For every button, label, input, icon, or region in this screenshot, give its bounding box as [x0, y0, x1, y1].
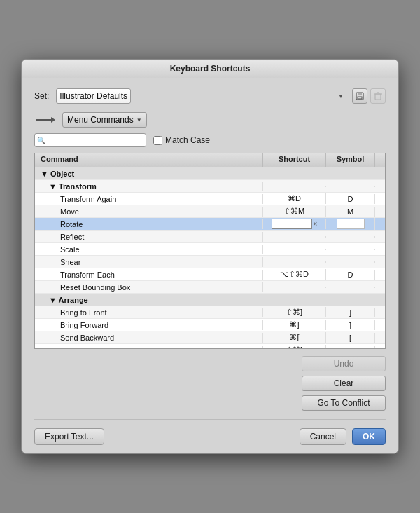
row-shortcut — [263, 186, 326, 187]
shortcut-clear-x[interactable]: × — [314, 220, 318, 228]
col-command-header: Command — [35, 153, 263, 167]
svg-rect-3 — [375, 94, 381, 100]
row-command: ▼ Arrange — [35, 295, 263, 305]
svg-marker-7 — [51, 117, 55, 123]
row-command: Send to Back — [35, 346, 263, 349]
row-shortcut — [263, 173, 326, 175]
table-row[interactable]: Reset Bounding Box — [35, 281, 385, 294]
row-command: Send Backward — [35, 333, 263, 343]
row-shortcut — [263, 261, 326, 263]
col-symbol-header: Symbol — [326, 153, 375, 167]
row-symbol: [ — [326, 346, 375, 349]
export-text-button[interactable]: Export Text... — [34, 428, 104, 445]
row-shortcut — [263, 287, 326, 288]
row-symbol: ] — [326, 320, 375, 330]
ok-button[interactable]: OK — [352, 428, 386, 445]
set-select[interactable]: Illustrator Defaults — [56, 88, 131, 104]
clear-button[interactable]: Clear — [302, 376, 386, 391]
table-row[interactable]: Bring Forward⌘]] — [35, 319, 385, 331]
row-command: ▼ Object — [35, 169, 263, 179]
svg-rect-1 — [358, 93, 362, 95]
col-extra-header — [375, 153, 385, 167]
category-caret: ▼ — [136, 117, 142, 123]
row-symbol: M — [326, 207, 375, 217]
table-row[interactable]: Scale — [35, 243, 385, 256]
row-shortcut: ⇧⌘[ — [263, 345, 326, 348]
search-input[interactable] — [34, 133, 146, 147]
row-shortcut — [263, 249, 326, 250]
table-row[interactable]: Send Backward⌘[[ — [35, 331, 385, 344]
row-shortcut: ⌘] — [263, 320, 326, 330]
row-shortcut: ⌘D — [263, 193, 326, 204]
row-symbol — [326, 236, 375, 238]
bottom-row: Export Text... Cancel OK — [34, 419, 386, 445]
table-row[interactable]: ▼ Object — [35, 167, 385, 180]
set-label: Set: — [34, 91, 49, 101]
set-select-wrapper[interactable]: Illustrator Defaults — [56, 88, 348, 104]
arrow-indicator — [34, 114, 55, 125]
row-command: Move — [35, 207, 263, 217]
svg-rect-2 — [358, 97, 362, 99]
row-symbol: D — [326, 270, 375, 280]
row-command: Reset Bounding Box — [35, 282, 263, 292]
shortcut-input-cell[interactable]: × — [263, 219, 326, 229]
table-header: Command Shortcut Symbol — [35, 153, 385, 167]
table-row[interactable]: Reflect — [35, 231, 385, 243]
table-row[interactable]: Bring to Front⇧⌘]] — [35, 306, 385, 319]
cancel-button[interactable]: Cancel — [300, 428, 346, 445]
row-shortcut — [263, 236, 326, 238]
match-case-checkbox[interactable] — [153, 136, 162, 145]
table-row[interactable]: Transform Again⌘DD — [35, 193, 385, 205]
table-body[interactable]: ▼ Object▼ TransformTransform Again⌘DDMov… — [35, 167, 385, 348]
row-command: Reflect — [35, 232, 263, 242]
table-row[interactable]: Transform Each⌥⇧⌘DD — [35, 268, 385, 281]
delete-set-button[interactable] — [370, 88, 386, 104]
col-shortcut-header: Shortcut — [263, 153, 326, 167]
row-command: Transform Each — [35, 270, 263, 280]
table-row[interactable]: ▼ Transform — [35, 180, 385, 193]
category-dropdown[interactable]: Menu Commands ▼ — [62, 112, 147, 128]
row-shortcut: ⇧⌘] — [263, 307, 326, 317]
row-command: Transform Again — [35, 194, 263, 204]
row-shortcut: ⇧⌘M — [263, 206, 326, 217]
dialog-title: Keyboard Shortcuts — [22, 60, 398, 78]
row-symbol — [326, 249, 375, 250]
search-wrapper[interactable] — [34, 133, 146, 147]
row-command: ▼ Transform — [35, 182, 263, 191]
row-shortcut — [263, 299, 326, 301]
row-command: Scale — [35, 245, 263, 254]
row-symbol — [326, 186, 375, 187]
table-row[interactable]: ▼ Arrange — [35, 294, 385, 306]
actions-row: Undo Clear Go To Conflict — [34, 356, 386, 411]
row-symbol: [ — [326, 333, 375, 343]
row-command: Shear — [35, 257, 263, 267]
row-shortcut: ⌘[ — [263, 332, 326, 343]
row-command: Rotate — [35, 219, 263, 229]
row-symbol — [326, 261, 375, 263]
keyboard-shortcuts-dialog: Keyboard Shortcuts Set: Illustrator Defa… — [21, 59, 399, 454]
table-row[interactable]: Rotate× — [35, 218, 385, 231]
undo-button[interactable]: Undo — [302, 356, 386, 371]
row-symbol — [326, 287, 375, 288]
row-command: Bring Forward — [35, 320, 263, 330]
symbol-text-input[interactable] — [337, 219, 365, 229]
go-to-conflict-button[interactable]: Go To Conflict — [302, 395, 386, 411]
row-symbol — [326, 299, 375, 301]
save-set-button[interactable] — [352, 88, 368, 104]
table-row[interactable]: Send to Back⇧⌘[[ — [35, 344, 385, 348]
row-symbol[interactable] — [326, 218, 375, 230]
row-command: Bring to Front — [35, 308, 263, 317]
shortcuts-table: Command Shortcut Symbol ▼ Object▼ Transf… — [34, 153, 386, 349]
match-case-label[interactable]: Match Case — [153, 135, 210, 145]
table-row[interactable]: Move⇧⌘MM — [35, 205, 385, 218]
row-symbol: ] — [326, 308, 375, 317]
row-symbol: D — [326, 194, 375, 204]
row-shortcut: ⌥⇧⌘D — [263, 269, 326, 280]
shortcut-text-input[interactable] — [272, 219, 312, 229]
row-symbol — [326, 173, 375, 175]
table-row[interactable]: Shear — [35, 256, 385, 268]
